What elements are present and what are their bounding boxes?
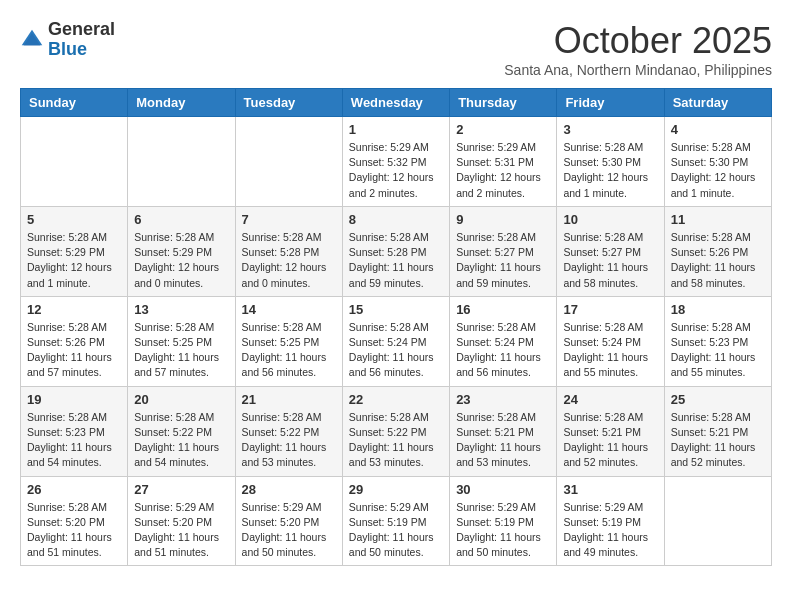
day-info: Sunrise: 5:28 AM Sunset: 5:24 PM Dayligh… [563, 320, 657, 381]
day-number: 17 [563, 302, 657, 317]
day-info: Sunrise: 5:28 AM Sunset: 5:21 PM Dayligh… [671, 410, 765, 471]
calendar-cell: 4Sunrise: 5:28 AM Sunset: 5:30 PM Daylig… [664, 117, 771, 207]
calendar-cell: 11Sunrise: 5:28 AM Sunset: 5:26 PM Dayli… [664, 206, 771, 296]
day-number: 5 [27, 212, 121, 227]
day-info: Sunrise: 5:28 AM Sunset: 5:23 PM Dayligh… [671, 320, 765, 381]
day-number: 9 [456, 212, 550, 227]
day-info: Sunrise: 5:29 AM Sunset: 5:20 PM Dayligh… [242, 500, 336, 561]
day-info: Sunrise: 5:28 AM Sunset: 5:22 PM Dayligh… [134, 410, 228, 471]
day-number: 28 [242, 482, 336, 497]
day-number: 29 [349, 482, 443, 497]
calendar-cell: 21Sunrise: 5:28 AM Sunset: 5:22 PM Dayli… [235, 386, 342, 476]
calendar-cell: 25Sunrise: 5:28 AM Sunset: 5:21 PM Dayli… [664, 386, 771, 476]
calendar-week-row: 26Sunrise: 5:28 AM Sunset: 5:20 PM Dayli… [21, 476, 772, 566]
logo-blue-text: Blue [48, 39, 87, 59]
day-number: 10 [563, 212, 657, 227]
day-info: Sunrise: 5:28 AM Sunset: 5:25 PM Dayligh… [134, 320, 228, 381]
calendar-cell: 29Sunrise: 5:29 AM Sunset: 5:19 PM Dayli… [342, 476, 449, 566]
calendar-week-row: 19Sunrise: 5:28 AM Sunset: 5:23 PM Dayli… [21, 386, 772, 476]
day-info: Sunrise: 5:29 AM Sunset: 5:31 PM Dayligh… [456, 140, 550, 201]
day-number: 24 [563, 392, 657, 407]
day-info: Sunrise: 5:29 AM Sunset: 5:32 PM Dayligh… [349, 140, 443, 201]
day-info: Sunrise: 5:29 AM Sunset: 5:19 PM Dayligh… [563, 500, 657, 561]
day-info: Sunrise: 5:28 AM Sunset: 5:29 PM Dayligh… [134, 230, 228, 291]
logo-general-text: General [48, 19, 115, 39]
day-info: Sunrise: 5:28 AM Sunset: 5:26 PM Dayligh… [671, 230, 765, 291]
day-number: 25 [671, 392, 765, 407]
day-info: Sunrise: 5:28 AM Sunset: 5:28 PM Dayligh… [349, 230, 443, 291]
day-number: 14 [242, 302, 336, 317]
calendar-week-row: 1Sunrise: 5:29 AM Sunset: 5:32 PM Daylig… [21, 117, 772, 207]
logo: General Blue [20, 20, 115, 60]
day-number: 1 [349, 122, 443, 137]
day-number: 22 [349, 392, 443, 407]
calendar-cell: 6Sunrise: 5:28 AM Sunset: 5:29 PM Daylig… [128, 206, 235, 296]
calendar-cell [235, 117, 342, 207]
day-number: 8 [349, 212, 443, 227]
day-info: Sunrise: 5:28 AM Sunset: 5:29 PM Dayligh… [27, 230, 121, 291]
day-info: Sunrise: 5:28 AM Sunset: 5:28 PM Dayligh… [242, 230, 336, 291]
day-number: 31 [563, 482, 657, 497]
calendar-cell: 12Sunrise: 5:28 AM Sunset: 5:26 PM Dayli… [21, 296, 128, 386]
day-number: 7 [242, 212, 336, 227]
day-number: 2 [456, 122, 550, 137]
page-header: General Blue October 2025 Santa Ana, Nor… [20, 20, 772, 78]
day-number: 18 [671, 302, 765, 317]
calendar-cell: 10Sunrise: 5:28 AM Sunset: 5:27 PM Dayli… [557, 206, 664, 296]
day-info: Sunrise: 5:28 AM Sunset: 5:26 PM Dayligh… [27, 320, 121, 381]
weekday-header: Friday [557, 89, 664, 117]
weekday-header: Sunday [21, 89, 128, 117]
day-info: Sunrise: 5:28 AM Sunset: 5:22 PM Dayligh… [349, 410, 443, 471]
calendar-cell: 16Sunrise: 5:28 AM Sunset: 5:24 PM Dayli… [450, 296, 557, 386]
calendar-cell: 26Sunrise: 5:28 AM Sunset: 5:20 PM Dayli… [21, 476, 128, 566]
weekday-header: Saturday [664, 89, 771, 117]
calendar-cell: 3Sunrise: 5:28 AM Sunset: 5:30 PM Daylig… [557, 117, 664, 207]
location-title: Santa Ana, Northern Mindanao, Philippine… [504, 62, 772, 78]
day-number: 21 [242, 392, 336, 407]
day-info: Sunrise: 5:28 AM Sunset: 5:20 PM Dayligh… [27, 500, 121, 561]
calendar-cell: 19Sunrise: 5:28 AM Sunset: 5:23 PM Dayli… [21, 386, 128, 476]
calendar-cell: 5Sunrise: 5:28 AM Sunset: 5:29 PM Daylig… [21, 206, 128, 296]
calendar-cell: 27Sunrise: 5:29 AM Sunset: 5:20 PM Dayli… [128, 476, 235, 566]
day-info: Sunrise: 5:28 AM Sunset: 5:30 PM Dayligh… [671, 140, 765, 201]
day-number: 4 [671, 122, 765, 137]
calendar-cell: 30Sunrise: 5:29 AM Sunset: 5:19 PM Dayli… [450, 476, 557, 566]
calendar-cell: 17Sunrise: 5:28 AM Sunset: 5:24 PM Dayli… [557, 296, 664, 386]
day-info: Sunrise: 5:28 AM Sunset: 5:21 PM Dayligh… [456, 410, 550, 471]
day-info: Sunrise: 5:29 AM Sunset: 5:19 PM Dayligh… [349, 500, 443, 561]
day-info: Sunrise: 5:28 AM Sunset: 5:30 PM Dayligh… [563, 140, 657, 201]
day-info: Sunrise: 5:29 AM Sunset: 5:20 PM Dayligh… [134, 500, 228, 561]
day-info: Sunrise: 5:28 AM Sunset: 5:27 PM Dayligh… [456, 230, 550, 291]
calendar-cell: 15Sunrise: 5:28 AM Sunset: 5:24 PM Dayli… [342, 296, 449, 386]
day-number: 19 [27, 392, 121, 407]
day-number: 15 [349, 302, 443, 317]
calendar-cell: 24Sunrise: 5:28 AM Sunset: 5:21 PM Dayli… [557, 386, 664, 476]
day-number: 11 [671, 212, 765, 227]
calendar-week-row: 5Sunrise: 5:28 AM Sunset: 5:29 PM Daylig… [21, 206, 772, 296]
weekday-header: Monday [128, 89, 235, 117]
day-number: 16 [456, 302, 550, 317]
calendar-cell: 31Sunrise: 5:29 AM Sunset: 5:19 PM Dayli… [557, 476, 664, 566]
calendar-week-row: 12Sunrise: 5:28 AM Sunset: 5:26 PM Dayli… [21, 296, 772, 386]
month-title: October 2025 [504, 20, 772, 62]
day-info: Sunrise: 5:28 AM Sunset: 5:21 PM Dayligh… [563, 410, 657, 471]
calendar-cell: 14Sunrise: 5:28 AM Sunset: 5:25 PM Dayli… [235, 296, 342, 386]
logo-icon [20, 28, 44, 52]
weekday-header: Thursday [450, 89, 557, 117]
day-info: Sunrise: 5:28 AM Sunset: 5:24 PM Dayligh… [456, 320, 550, 381]
day-number: 6 [134, 212, 228, 227]
calendar-cell [664, 476, 771, 566]
day-number: 27 [134, 482, 228, 497]
calendar-cell: 1Sunrise: 5:29 AM Sunset: 5:32 PM Daylig… [342, 117, 449, 207]
title-block: October 2025 Santa Ana, Northern Mindana… [504, 20, 772, 78]
calendar-cell: 9Sunrise: 5:28 AM Sunset: 5:27 PM Daylig… [450, 206, 557, 296]
day-number: 26 [27, 482, 121, 497]
day-info: Sunrise: 5:28 AM Sunset: 5:23 PM Dayligh… [27, 410, 121, 471]
calendar-cell: 28Sunrise: 5:29 AM Sunset: 5:20 PM Dayli… [235, 476, 342, 566]
day-number: 23 [456, 392, 550, 407]
calendar-cell: 7Sunrise: 5:28 AM Sunset: 5:28 PM Daylig… [235, 206, 342, 296]
weekday-header: Tuesday [235, 89, 342, 117]
day-number: 30 [456, 482, 550, 497]
day-number: 13 [134, 302, 228, 317]
day-number: 12 [27, 302, 121, 317]
